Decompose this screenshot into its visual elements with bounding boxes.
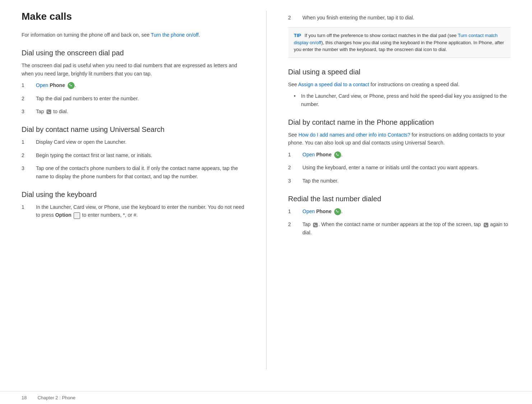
footer-chapter: Chapter 2 : Phone (37, 395, 75, 400)
right-column: 2 When you finish entering the number, t… (266, 11, 510, 369)
svg-rect-5 (484, 223, 488, 227)
section-title-speed-dial: Dial using a speed dial (288, 68, 510, 76)
page-number: 18 (22, 395, 27, 400)
option-icon (74, 212, 80, 219)
section-title-redial: Redial the last number dialed (288, 195, 510, 203)
page-title: Make calls (22, 11, 245, 22)
step-item: 3 Tap one of the contact's phone numbers… (22, 164, 245, 180)
contact-phone-steps: 1 Open Phone . 2 Using the keyboard, ent… (288, 151, 510, 185)
step-item: 2 When you finish entering the number, t… (288, 14, 510, 22)
step-item: 3 Tap the number. (288, 177, 510, 185)
dial-icon-2 (313, 222, 318, 228)
tip-box: TIP If you turn off the preference to sh… (288, 27, 510, 58)
page-container: Make calls For information on turning th… (0, 0, 532, 404)
section-title-universal: Dial by contact name using Universal Sea… (22, 125, 245, 134)
intro-paragraph: For information on turning the phone off… (22, 31, 245, 39)
dial-icon (46, 109, 52, 115)
phone-app-icon-3 (334, 208, 341, 215)
speed-dial-description: See Assign a speed dial to a contact for… (288, 81, 510, 88)
universal-steps: 1 Display Card view or open the Launcher… (22, 138, 245, 180)
step-item: 2 Using the keyboard, enter a name or in… (288, 164, 510, 171)
step-item: 1 Display Card view or open the Launcher… (22, 138, 245, 146)
svg-rect-4 (313, 223, 318, 227)
turn-phone-link[interactable]: Turn the phone on/off (151, 32, 199, 38)
section-title-contact-phone: Dial by contact name in the Phone applic… (288, 118, 510, 127)
onscreen-steps: 1 Open Phone . 2 Tap the dial pad number… (22, 81, 245, 115)
onscreen-description: The onscreen dial pad is useful when you… (22, 61, 245, 78)
redial-steps: 1 Open Phone . 2 Tap (288, 207, 510, 237)
step-item: 1 Open Phone . (288, 151, 510, 159)
bullet-item: • In the Launcher, Card view, or Phone, … (294, 92, 510, 108)
page-footer: 18 Chapter 2 : Phone (0, 391, 532, 404)
content-area: Make calls For information on turning th… (0, 0, 532, 391)
step-item: 1 Open Phone . (22, 81, 245, 89)
step-item: 1 In the Launcher, Card view, or Phone, … (22, 203, 245, 219)
dial-icon-3 (483, 222, 489, 228)
contact-phone-description: See How do I add names and other info in… (288, 131, 510, 147)
speed-dial-link[interactable]: Assign a speed dial to a contact (298, 82, 369, 87)
keyboard-steps: 1 In the Launcher, Card view, or Phone, … (22, 203, 245, 219)
section-title-keyboard: Dial using the keyboard (22, 190, 245, 199)
contacts-link[interactable]: How do I add names and other info into C… (299, 132, 410, 138)
left-column: Make calls For information on turning th… (22, 11, 245, 369)
right-top-steps: 2 When you finish entering the number, t… (288, 14, 510, 22)
step-item: 2 Begin typing the contact first or last… (22, 151, 245, 159)
step-item: 3 Tap to dial. (22, 107, 245, 115)
speed-dial-bullets: • In the Launcher, Card view, or Phone, … (294, 92, 510, 108)
section-title-onscreen: Dial using the onscreen dial pad (22, 49, 245, 57)
svg-rect-1 (47, 110, 51, 114)
step-item: 2 Tap the dial pad numbers to enter the … (22, 95, 245, 102)
step-item: 2 Tap . When the contact name or number … (288, 220, 510, 237)
step-item: 1 Open Phone . (288, 207, 510, 215)
phone-app-icon (68, 82, 75, 89)
phone-app-icon-2 (334, 151, 341, 159)
